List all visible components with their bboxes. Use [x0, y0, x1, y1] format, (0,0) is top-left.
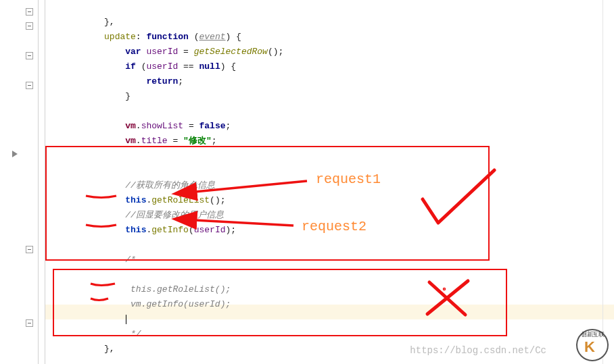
annotation-box-correct [45, 146, 490, 261]
code-line: if (userId == null) { [51, 45, 606, 59]
blank-line [51, 89, 606, 104]
fold-marker[interactable] [26, 52, 33, 59]
code-line: vm.showList = false; [51, 104, 606, 119]
logo-letter-icon: K [584, 338, 595, 356]
breakpoint-marker-icon[interactable] [12, 151, 18, 157]
annotation-box-wrong [53, 269, 507, 336]
annotation-label-request1: request1 [316, 172, 381, 187]
code-line: vm.title = "修改"; [51, 119, 606, 134]
code-line: }, [51, 0, 606, 15]
gutter-border [38, 0, 39, 364]
watermark-url: https://blog.csdn.net/Cc [410, 345, 546, 356]
fold-marker[interactable] [26, 246, 33, 253]
code-line: update: function (event) { [51, 15, 606, 30]
screenshot-root: }, update: function (event) { var userId… [0, 0, 614, 364]
watermark-logo: K 创新互联 [576, 329, 609, 361]
annotation-label-request2: request2 [302, 219, 367, 234]
fold-marker[interactable] [26, 319, 33, 327]
code-line: var userId = getSelectedRow(); [51, 30, 606, 45]
logo-top-text: 创新互联 [580, 330, 605, 339]
fold-marker[interactable] [26, 82, 33, 89]
fold-marker[interactable] [26, 8, 33, 16]
code-line: return; [51, 59, 606, 74]
code-line: } [51, 74, 606, 89]
code-text: }, [83, 344, 115, 354]
editor-gutter [0, 0, 45, 364]
fold-marker[interactable] [26, 22, 33, 30]
